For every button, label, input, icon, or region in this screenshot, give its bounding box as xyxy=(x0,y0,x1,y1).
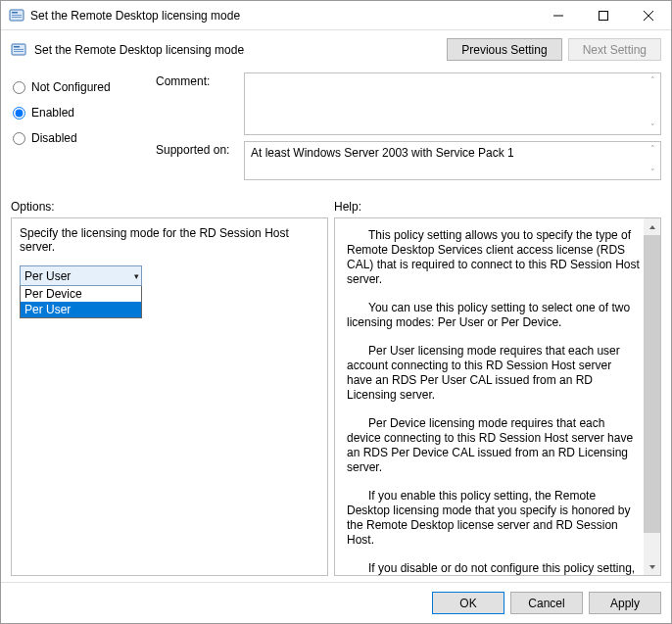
supported-on-box: At least Windows Server 2003 with Servic… xyxy=(244,141,661,180)
panel-labels: Options: Help: xyxy=(1,186,671,217)
scroll-track[interactable] xyxy=(644,235,660,558)
sub-header: Set the Remote Desktop licensing mode Pr… xyxy=(1,30,671,72)
svg-rect-5 xyxy=(600,11,608,20)
title-bar: Set the Remote Desktop licensing mode xyxy=(1,1,671,30)
state-radios: Not Configured Enabled Disabled xyxy=(11,72,156,186)
cancel-button[interactable]: Cancel xyxy=(510,592,583,614)
help-content: This policy setting allows you to specif… xyxy=(335,218,644,575)
scroll-up-button[interactable] xyxy=(644,218,660,235)
radio-not-configured[interactable]: Not Configured xyxy=(11,74,156,100)
previous-setting-button[interactable]: Previous Setting xyxy=(447,38,561,61)
svg-marker-13 xyxy=(649,565,655,569)
combo-selected: Per User xyxy=(24,269,71,283)
chevron-up-icon: ˄ xyxy=(647,144,658,154)
supported-on-value: At least Windows Server 2003 with Servic… xyxy=(251,146,514,160)
help-paragraph: This policy setting allows you to specif… xyxy=(347,228,640,287)
minimize-button[interactable] xyxy=(536,1,581,30)
supported-on-label: Supported on: xyxy=(156,141,244,180)
help-paragraph: Per Device licensing mode requires that … xyxy=(347,416,640,475)
chevron-up-icon: ˄ xyxy=(647,75,658,85)
config-row: Not Configured Enabled Disabled Comment:… xyxy=(1,72,671,186)
chevron-down-icon: ▾ xyxy=(134,271,139,281)
svg-rect-9 xyxy=(14,46,20,48)
apply-button[interactable]: Apply xyxy=(589,592,661,614)
svg-rect-1 xyxy=(12,12,18,14)
comment-label: Comment: xyxy=(156,72,244,135)
panels: Specify the licensing mode for the RD Se… xyxy=(1,217,671,582)
options-label: Options: xyxy=(11,200,334,214)
chevron-down-icon: ˅ xyxy=(647,168,658,177)
options-panel: Specify the licensing mode for the RD Se… xyxy=(11,217,328,576)
comment-input[interactable]: ˄ ˅ xyxy=(244,72,661,135)
fields-column: Comment: ˄ ˅ Supported on: At least Wind… xyxy=(156,72,661,186)
radio-enabled-input[interactable] xyxy=(13,107,25,120)
comment-scroll-hint: ˄ ˅ xyxy=(647,75,658,132)
policy-icon xyxy=(11,42,26,58)
help-paragraph: If you disable or do not configure this … xyxy=(347,561,640,575)
radio-enabled[interactable]: Enabled xyxy=(11,100,156,125)
svg-rect-2 xyxy=(12,15,22,16)
help-paragraph: If you enable this policy setting, the R… xyxy=(347,489,640,548)
option-per-user[interactable]: Per User xyxy=(21,302,141,317)
scroll-down-button[interactable] xyxy=(644,558,660,575)
policy-icon xyxy=(9,8,24,24)
option-per-device[interactable]: Per Device xyxy=(21,286,141,302)
licensing-mode-dropdown[interactable]: Per Device Per User xyxy=(20,286,142,318)
options-prompt: Specify the licensing mode for the RD Se… xyxy=(20,226,319,254)
chevron-down-icon: ˅ xyxy=(647,122,658,132)
help-label: Help: xyxy=(334,200,361,214)
scroll-thumb[interactable] xyxy=(644,235,660,533)
radio-label: Enabled xyxy=(31,106,74,120)
next-setting-button: Next Setting xyxy=(568,38,661,61)
dialog-window: Set the Remote Desktop licensing mode Se… xyxy=(0,0,672,624)
ok-button[interactable]: OK xyxy=(432,592,504,614)
help-scrollbar[interactable] xyxy=(644,218,660,575)
licensing-mode-combo[interactable]: Per User ▾ xyxy=(20,265,142,286)
svg-marker-12 xyxy=(649,225,655,229)
maximize-button[interactable] xyxy=(581,1,626,30)
window-title: Set the Remote Desktop licensing mode xyxy=(30,9,536,23)
policy-title: Set the Remote Desktop licensing mode xyxy=(34,43,441,57)
help-paragraph: You can use this policy setting to selec… xyxy=(347,301,640,330)
close-button[interactable] xyxy=(626,1,671,30)
supported-scroll-hint: ˄ ˅ xyxy=(647,144,658,177)
radio-disabled-input[interactable] xyxy=(13,132,25,145)
radio-disabled[interactable]: Disabled xyxy=(11,125,156,151)
radio-not-configured-input[interactable] xyxy=(13,81,25,94)
svg-rect-11 xyxy=(14,51,24,52)
svg-rect-10 xyxy=(14,49,24,50)
radio-label: Not Configured xyxy=(31,80,111,94)
help-panel: This policy setting allows you to specif… xyxy=(334,217,661,576)
help-paragraph: Per User licensing mode requires that ea… xyxy=(347,344,640,403)
svg-rect-3 xyxy=(12,17,22,18)
radio-label: Disabled xyxy=(31,131,77,145)
dialog-footer: OK Cancel Apply xyxy=(1,582,671,623)
